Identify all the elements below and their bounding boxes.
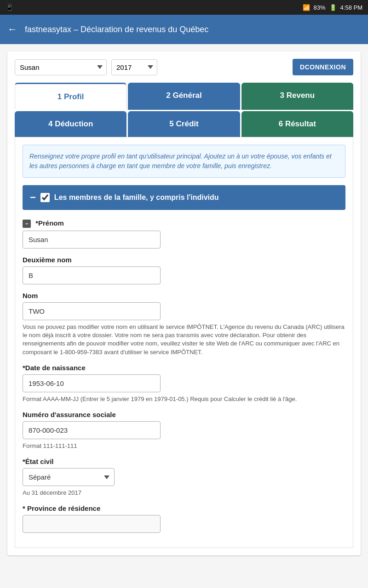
middlename-group: Deuxième nom (23, 256, 345, 284)
tab-resultat-number: 6 (279, 119, 283, 128)
info-text: Renseignez votre propre profil en tant q… (29, 153, 332, 170)
tab-deduction-number: 4 (48, 119, 52, 128)
main-card: Susan 2017 DCONNEXION 1 Profil 2 Général… (7, 51, 361, 555)
status-left: 📱 (6, 4, 13, 11)
phone-icon: 📱 (6, 4, 13, 11)
wifi-icon: 📶 (303, 4, 310, 11)
tab-revenu[interactable]: 3 Revenu (242, 83, 353, 110)
tab-credit-number: 5 (169, 119, 173, 128)
tab-resultat[interactable]: 6 Résultat (242, 111, 353, 137)
province-group: * Province de résidence (23, 504, 345, 533)
tab-profil-label: Profil (64, 92, 84, 101)
clock: 4:58 PM (340, 4, 362, 11)
status-bar: 📱 📶 83% 🔋 4:58 PM (0, 0, 368, 15)
tab-general-number: 2 (166, 91, 170, 100)
app-bar: ← fastneasytax – Déclaration de revenus … (0, 15, 368, 44)
dob-label: *Date de naissance (23, 364, 345, 372)
lastname-label: Nom (23, 292, 345, 300)
sin-input[interactable] (23, 421, 161, 439)
info-box: Renseignez votre propre profil en tant q… (23, 145, 345, 178)
battery-level: 83% (314, 4, 326, 11)
tab-resultat-label: Résultat (285, 119, 316, 128)
tab-general[interactable]: 2 Général (128, 83, 240, 110)
year-select[interactable]: 2017 (111, 59, 157, 75)
tabs-row1: 1 Profil 2 Général 3 Revenu (15, 83, 353, 110)
lastname-group: Nom Vous ne pouvez pas modifier votre no… (23, 292, 345, 356)
dob-note: Format AAAA-MM-JJ (Entrer le 5 janvier 1… (23, 395, 345, 403)
tab-profil[interactable]: 1 Profil (15, 83, 126, 110)
tab-credit[interactable]: 5 Crédit (128, 111, 240, 137)
section-header: − Les membres de la famille, y compris l… (23, 185, 345, 210)
marital-select[interactable]: Séparé Marié Célibataire Divorcé Veuf (23, 468, 115, 486)
section-checkbox[interactable] (40, 193, 50, 202)
section-header-label: Les membres de la famille, y compris l'i… (54, 193, 219, 202)
sin-label: Numéro d'assurance sociale (23, 411, 345, 418)
battery-icon: 🔋 (329, 4, 337, 11)
tab-credit-label: Crédit (176, 119, 199, 128)
tab-deduction[interactable]: 4 Déduction (15, 111, 126, 137)
firstname-input[interactable] (23, 231, 161, 249)
lastname-input[interactable] (23, 302, 161, 320)
sin-group: Numéro d'assurance sociale Format 111-11… (23, 411, 345, 450)
firstname-group: − *Prénom (23, 219, 345, 249)
dob-input[interactable] (23, 374, 161, 392)
tab-profil-number: 1 (58, 92, 62, 101)
section-collapse-button[interactable]: − (30, 192, 36, 204)
logout-button[interactable]: DCONNEXION (293, 59, 353, 75)
firstname-label: − *Prénom (23, 219, 345, 228)
sin-note: Format 111-111-111 (23, 442, 345, 450)
app-title: fastneasytax – Déclaration de revenus du… (25, 25, 208, 34)
form-section: Renseignez votre propre profil en tant q… (15, 137, 353, 548)
main-content: Susan 2017 DCONNEXION 1 Profil 2 Général… (0, 44, 368, 588)
lastname-note: Vous ne pouvez pas modifier votre nom en… (23, 323, 345, 356)
tabs-row2: 4 Déduction 5 Crédit 6 Résultat (15, 111, 353, 137)
tab-revenu-number: 3 (280, 91, 284, 100)
user-select[interactable]: Susan (15, 59, 107, 75)
middlename-input[interactable] (23, 266, 161, 284)
marital-group: *État civil Séparé Marié Célibataire Div… (23, 458, 345, 497)
top-controls: Susan 2017 DCONNEXION (15, 59, 353, 75)
tab-deduction-label: Déduction (55, 119, 93, 128)
province-label: * Province de résidence (23, 504, 345, 512)
firstname-collapse[interactable]: − (23, 220, 31, 228)
tab-general-label: Général (172, 91, 201, 100)
marital-note: Au 31 décembre 2017 (23, 489, 345, 497)
back-button[interactable]: ← (7, 23, 17, 35)
middlename-label: Deuxième nom (23, 256, 345, 264)
dob-group: *Date de naissance Format AAAA-MM-JJ (En… (23, 364, 345, 403)
province-input[interactable] (23, 515, 161, 533)
tab-revenu-label: Revenu (287, 91, 315, 100)
status-right: 📶 83% 🔋 4:58 PM (303, 4, 362, 11)
marital-label: *État civil (23, 458, 345, 465)
